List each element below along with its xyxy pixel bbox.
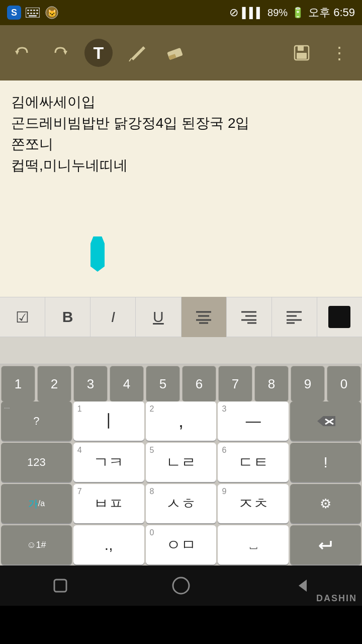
key-comma[interactable]: 2 , (146, 401, 217, 441)
svg-rect-7 (33, 13, 35, 14)
key-period-comma[interactable]: ., (73, 525, 144, 565)
svg-marker-37 (299, 580, 307, 592)
key-emoji-num[interactable]: ☺1# (1, 525, 72, 565)
align-right-icon (240, 310, 257, 324)
undo-button[interactable] (8, 39, 36, 67)
key-8[interactable]: 8 (254, 366, 289, 402)
key-om[interactable]: 0 ㅇㅁ (146, 525, 217, 565)
time-display: 오후 6:59 (308, 5, 355, 20)
format-bar: ☑ B I U (0, 297, 362, 337)
key-5[interactable]: 5 (146, 366, 180, 402)
svg-line-14 (129, 58, 131, 61)
pen-tool-button[interactable] (123, 39, 151, 67)
align-center-icon (195, 310, 212, 324)
note-line-4: 컵떡,미니누네띠네 (11, 155, 351, 176)
redo-button[interactable] (46, 39, 74, 67)
svg-rect-1 (27, 10, 29, 11)
text-cursor (90, 236, 105, 272)
number-row: 1 2 3 4 5 6 7 8 9 0 (0, 364, 362, 400)
note-line-1: 김에싸세이입 (11, 92, 351, 113)
svg-rect-35 (54, 580, 66, 592)
key-question[interactable]: ··· ? (1, 401, 72, 441)
key-1[interactable]: 1 (1, 366, 35, 402)
dashin-watermark: DASHIN (316, 593, 357, 604)
key-7[interactable]: 7 (218, 366, 252, 402)
align-left-icon (286, 310, 303, 324)
note-line-3: 쫀쪼니 (11, 134, 351, 155)
more-options-button[interactable]: ⋮ (326, 39, 354, 67)
app-icon-2: 🐱 (44, 5, 59, 20)
key-exclaim[interactable]: ! (290, 443, 361, 482)
key-dt[interactable]: 6 ㄷㅌ (218, 443, 289, 482)
svg-rect-6 (30, 13, 32, 14)
note-line-2: 곤드레비빔밥반 닭강정4입 된장국 2입 (11, 113, 351, 134)
signal-icon: ▌▌▌ (242, 7, 264, 19)
svg-rect-8 (36, 13, 38, 14)
text-tool-button[interactable]: T (84, 39, 113, 67)
svg-point-36 (173, 578, 189, 594)
battery-icon: 🔋 (292, 7, 304, 19)
color-swatch (328, 306, 350, 328)
keyboard: 1 2 3 4 5 6 7 8 9 0 ··· ? 1 ㅣ 2 , 3 — (0, 364, 362, 566)
align-right-button[interactable] (227, 297, 272, 337)
svg-rect-5 (27, 13, 29, 14)
svg-marker-32 (317, 416, 335, 426)
svg-text:🐱: 🐱 (48, 9, 57, 18)
status-bar: S 🐱 ⊘ ▌▌▌ 89% 🔋 오후 6:59 (0, 0, 362, 25)
svg-rect-2 (30, 10, 32, 11)
key-bp[interactable]: 7 ㅂㅍ (73, 484, 144, 523)
note-area[interactable]: 김에싸세이입 곤드레비빔밥반 닭강정4입 된장국 2입 쫀쪼니 컵떡,미니누네띠… (0, 80, 362, 297)
svg-rect-4 (36, 10, 38, 11)
nav-home[interactable] (166, 571, 196, 601)
key-2[interactable]: 2 (37, 366, 71, 402)
nav-recent-apps[interactable] (45, 571, 75, 601)
key-lang-toggle[interactable]: 가/a (1, 484, 72, 523)
key-123[interactable]: 123 (1, 443, 72, 482)
svg-marker-13 (63, 51, 67, 55)
key-pipe[interactable]: 1 ㅣ (73, 401, 144, 441)
note-content: 김에싸세이입 곤드레비빔밥반 닭강정4입 된장국 2입 쫀쪼니 컵떡,미니누네띠… (11, 92, 351, 176)
underline-icon: U (153, 308, 164, 326)
bold-format-button[interactable]: B (45, 297, 90, 337)
key-jc[interactable]: 9 ㅈㅊ (218, 484, 289, 523)
keyboard-row-1: ··· ? 1 ㅣ 2 , 3 — (0, 400, 362, 442)
svg-rect-3 (33, 10, 35, 11)
status-left-icons: S 🐱 (7, 5, 59, 20)
align-center-button[interactable] (182, 297, 227, 337)
key-nr[interactable]: 5 ㄴㄹ (146, 443, 217, 482)
keyboard-row-4: ☺1# ., 0 ㅇㅁ ⎵ (0, 524, 362, 566)
key-gk[interactable]: 4 ㄱㅋ (73, 443, 144, 482)
svg-rect-18 (298, 46, 304, 51)
key-0[interactable]: 0 (327, 366, 361, 402)
key-settings[interactable]: ⚙ (290, 484, 361, 523)
key-3[interactable]: 3 (73, 366, 108, 402)
svg-rect-19 (297, 53, 307, 59)
text-color-button[interactable] (317, 297, 362, 337)
more-icon: ⋮ (331, 43, 349, 63)
svg-rect-9 (29, 15, 37, 17)
underline-format-button[interactable]: U (136, 297, 181, 337)
align-left-button[interactable] (272, 297, 317, 337)
key-6[interactable]: 6 (182, 366, 216, 402)
bottom-nav: DASHIN (0, 566, 362, 606)
input-preview-bar[interactable] (0, 337, 362, 364)
key-9[interactable]: 9 (291, 366, 325, 402)
bold-icon: B (62, 308, 73, 326)
italic-icon: I (111, 308, 115, 326)
keyboard-row-2: 123 4 ㄱㅋ 5 ㄴㄹ 6 ㄷㅌ ! (0, 442, 362, 483)
key-enter[interactable] (290, 525, 361, 565)
backspace-key[interactable] (290, 401, 361, 441)
checkbox-format-button[interactable]: ☑ (0, 297, 45, 337)
key-sh[interactable]: 8 ㅅㅎ (146, 484, 217, 523)
battery-percent: 89% (267, 7, 288, 19)
save-button[interactable] (288, 39, 316, 67)
key-space[interactable]: ⎵ (218, 525, 289, 565)
italic-format-button[interactable]: I (90, 297, 136, 337)
do-not-disturb-icon: ⊘ (229, 6, 238, 19)
key-dash[interactable]: 3 — (218, 401, 289, 441)
keyboard-icon (25, 5, 40, 20)
nav-back[interactable] (287, 571, 317, 601)
key-4[interactable]: 4 (110, 366, 144, 402)
eraser-tool-button[interactable] (161, 39, 189, 67)
checkbox-icon: ☑ (16, 308, 29, 326)
